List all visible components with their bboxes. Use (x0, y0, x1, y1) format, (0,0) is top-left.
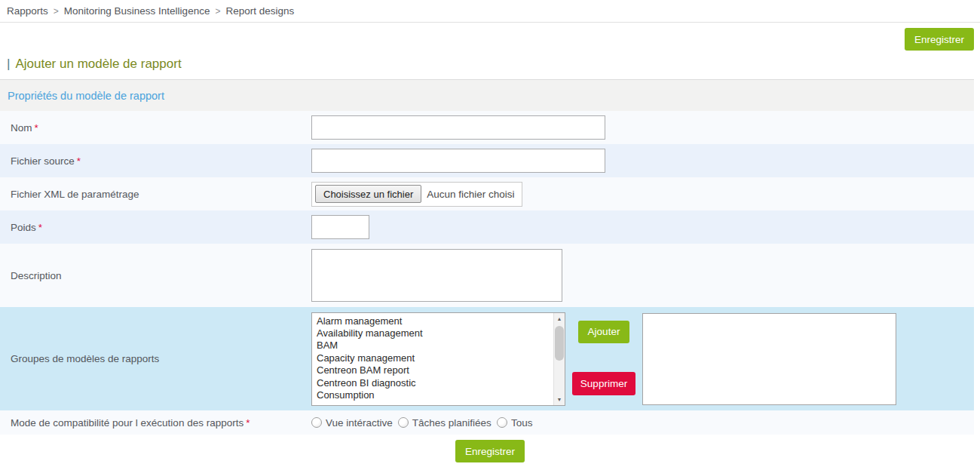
poids-label: Poids* (0, 222, 311, 233)
footer-actions: Enregistrer (0, 440, 980, 462)
list-item[interactable]: Capacity management (317, 352, 551, 364)
list-item[interactable]: Centreon BAM report (317, 364, 551, 376)
top-actions: Enregistrer (905, 28, 974, 51)
radio-label-text: Tâches planifiées (412, 417, 492, 429)
mode-label: Mode de compatibilité pour l exécution d… (0, 417, 311, 429)
scrollbar-thumb[interactable] (555, 326, 564, 361)
dual-list-buttons: Ajouter Supprimer (565, 312, 642, 395)
breadcrumb-separator: > (215, 6, 220, 17)
poids-label-text: Poids (11, 222, 36, 233)
groupes-field: Alarm management Availability management… (311, 312, 974, 406)
description-textarea[interactable] (311, 249, 562, 302)
radio-label-text: Tous (511, 417, 533, 429)
page-title-text: Ajouter un modèle de rapport (15, 57, 181, 71)
breadcrumb-item-monitoring-bi[interactable]: Monitoring Business Intelligence (64, 5, 210, 17)
nom-field (311, 115, 974, 140)
radio-button-icon[interactable] (398, 417, 409, 428)
nom-label-text: Nom (11, 122, 32, 134)
save-button-bottom[interactable]: Enregistrer (455, 440, 525, 462)
scroll-up-icon[interactable]: ▲ (554, 313, 565, 324)
fichier-source-field (311, 149, 974, 173)
title-pipe-decoration: | (7, 57, 10, 71)
save-button-top[interactable]: Enregistrer (905, 28, 974, 51)
description-label: Description (0, 270, 311, 281)
radio-button-icon[interactable] (497, 417, 507, 428)
required-marker: * (35, 122, 38, 134)
file-upload-button[interactable]: Choisissez un fichier (315, 185, 421, 203)
mode-field: Vue intéractive Tâches planifiées Tous (311, 417, 974, 429)
fichier-xml-field: Choisissez un fichier Aucun fichier choi… (311, 182, 974, 207)
form-row-fichier-xml: Fichier XML de paramétrage Choisissez un… (0, 177, 974, 210)
list-item[interactable]: Consumption (317, 389, 551, 401)
form-row-nom: Nom* (0, 111, 974, 144)
report-design-form: Nom* Fichier source* Fichier XML de para… (0, 111, 974, 435)
fichier-xml-label-text: Fichier XML de paramétrage (11, 189, 139, 200)
breadcrumb-separator: > (54, 6, 59, 17)
mode-label-text: Mode de compatibilité pour l exécution d… (11, 417, 243, 429)
breadcrumb-item-report-designs[interactable]: Report designs (225, 5, 294, 17)
dual-list-selector: Alarm management Availability management… (311, 312, 896, 406)
listbox-scrollbar[interactable]: ▲ ▼ (553, 313, 565, 405)
description-field (311, 249, 974, 302)
form-row-description: Description (0, 244, 974, 307)
mode-radio-group: Vue intéractive Tâches planifiées Tous (311, 417, 537, 429)
radio-option-vue-interactive[interactable]: Vue intéractive (311, 417, 393, 429)
groups-selected-listbox[interactable] (642, 313, 896, 405)
description-label-text: Description (11, 270, 62, 281)
add-group-button[interactable]: Ajouter (578, 321, 630, 343)
groups-available-listbox[interactable]: Alarm management Availability management… (311, 312, 565, 406)
list-item[interactable]: Centreon BI diagnostic (317, 377, 551, 389)
fichier-source-label: Fichier source* (0, 155, 311, 167)
file-input: Choisissez un fichier Aucun fichier choi… (311, 182, 522, 207)
fichier-source-label-text: Fichier source (11, 155, 75, 167)
form-row-groupes: Groupes de modèles de rapports Alarm man… (0, 307, 974, 410)
form-row-poids: Poids* (0, 210, 974, 244)
poids-input[interactable] (311, 215, 369, 239)
radio-button-icon[interactable] (311, 417, 322, 428)
fichier-source-input[interactable] (311, 149, 605, 173)
breadcrumb-item-rapports[interactable]: Rapports (7, 5, 48, 17)
list-item[interactable]: Alarm management (317, 315, 551, 327)
nom-input[interactable] (311, 115, 605, 140)
scroll-down-icon[interactable]: ▼ (554, 394, 565, 405)
file-status-text: Aucun fichier choisi (427, 189, 514, 200)
fichier-xml-label: Fichier XML de paramétrage (0, 189, 311, 200)
section-title: Propriétés du modèle de rapport (8, 90, 164, 102)
poids-field (311, 215, 974, 239)
nom-label: Nom* (0, 122, 311, 134)
groups-available-options: Alarm management Availability management… (312, 313, 565, 402)
page-title: |Ajouter un modèle de rapport (7, 57, 980, 73)
required-marker: * (38, 222, 42, 233)
section-header-properties: Propriétés du modèle de rapport (0, 79, 974, 111)
form-row-mode: Mode de compatibilité pour l exécution d… (0, 410, 974, 435)
groupes-label: Groupes de modèles de rapports (0, 353, 311, 364)
remove-group-button[interactable]: Supprimer (572, 372, 635, 395)
groupes-label-text: Groupes de modèles de rapports (11, 353, 159, 364)
radio-option-taches-planifiees[interactable]: Tâches planifiées (398, 417, 492, 429)
required-marker: * (77, 155, 81, 167)
form-row-fichier-source: Fichier source* (0, 144, 974, 177)
required-marker: * (246, 417, 250, 429)
radio-option-tous[interactable]: Tous (497, 417, 533, 429)
list-item[interactable]: BAM (317, 339, 551, 352)
breadcrumb: Rapports>Monitoring Business Intelligenc… (0, 0, 980, 23)
list-item[interactable]: Availability management (317, 327, 551, 339)
radio-label-text: Vue intéractive (326, 417, 393, 429)
